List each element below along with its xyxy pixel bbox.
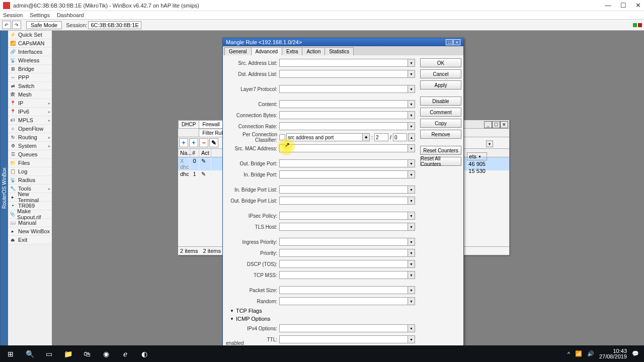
dialog-tab-extra[interactable]: Extra xyxy=(282,47,302,55)
nav-openflow[interactable]: ○OpenFlow xyxy=(8,125,52,133)
tray-net-icon[interactable]: 📶 xyxy=(575,350,582,357)
bg-add2-button[interactable]: + xyxy=(189,138,198,147)
reset-all-counters-button[interactable]: Reset All Counters xyxy=(420,157,461,166)
dialog-tab-action[interactable]: Action xyxy=(302,47,325,55)
bg-tab-firewall[interactable]: Firewall xyxy=(199,120,223,128)
search-button[interactable]: 🔍 xyxy=(20,346,39,361)
conn-bytes-input[interactable] xyxy=(279,111,408,119)
pcc-collapse[interactable]: ▲ xyxy=(408,133,415,141)
packet-size-dropdown[interactable]: ▼ xyxy=(408,286,415,294)
ingress-dropdown[interactable]: ▼ xyxy=(408,238,415,246)
priority-input[interactable] xyxy=(279,249,408,257)
tls-input[interactable] xyxy=(279,223,408,231)
conn-rate-dropdown[interactable]: ▼ xyxy=(408,122,415,130)
nav-switch[interactable]: ⇄Switch xyxy=(8,82,52,90)
src-addr-list-dropdown[interactable]: ▼ xyxy=(408,59,415,67)
nav-ipv6[interactable]: 📍IPv6▸ xyxy=(8,108,52,116)
dscp-dropdown[interactable]: ▼ xyxy=(408,260,415,268)
src-mac-input[interactable] xyxy=(279,144,408,152)
in-bridge-input[interactable] xyxy=(279,170,408,178)
dialog-close-button[interactable]: ✕ xyxy=(453,39,460,45)
nav-mesh[interactable]: 🕸Mesh xyxy=(8,90,52,99)
ttl-input[interactable] xyxy=(279,335,408,343)
store-button[interactable]: 🛍 xyxy=(77,346,97,361)
safe-mode-button[interactable]: Safe Mode xyxy=(26,21,62,29)
close-button[interactable]: ✕ xyxy=(635,2,641,9)
random-input[interactable] xyxy=(279,297,408,305)
nav-mpls[interactable]: 🏷MPLS▸ xyxy=(8,116,52,125)
dialog-tab-advanced[interactable]: Advanced xyxy=(251,47,282,55)
nav-new-terminal[interactable]: ▸New Terminal xyxy=(8,193,52,202)
ok-button[interactable]: OK xyxy=(420,58,461,67)
conn-bytes-dropdown[interactable]: ▼ xyxy=(408,111,415,119)
dialog-tab-statistics[interactable]: Statistics xyxy=(325,47,354,55)
edge-button[interactable]: ℯ xyxy=(116,346,135,361)
bg-edit-button[interactable]: ✎ xyxy=(209,138,218,147)
nav-capsman[interactable]: 📶CAPsMAN xyxy=(8,39,52,48)
src-mac-dropdown[interactable]: ▼ xyxy=(408,144,415,152)
in-bridge-dropdown[interactable]: ▼ xyxy=(408,170,415,178)
bg-max-button[interactable]: ☐ xyxy=(492,121,500,128)
out-bridge-list-dropdown[interactable]: ▼ xyxy=(408,197,415,205)
in-bridge-list-input[interactable] xyxy=(279,186,408,194)
nav-ip[interactable]: 📍IP▸ xyxy=(8,99,52,108)
priority-dropdown[interactable]: ▼ xyxy=(408,249,415,257)
content-dropdown[interactable]: ▼ xyxy=(408,100,415,108)
ipv4-input[interactable] xyxy=(279,324,408,332)
bg-remove-button[interactable]: − xyxy=(199,138,208,147)
bg-right-drop[interactable]: ▼ xyxy=(486,140,493,147)
nav-radius[interactable]: 📡Radius xyxy=(8,176,52,185)
undo-button[interactable]: ↶ xyxy=(2,21,11,29)
dialog-restore-button[interactable]: ☐ xyxy=(446,39,453,45)
tray-vol-icon[interactable]: 🔊 xyxy=(587,350,594,357)
cancel-button[interactable]: Cancel xyxy=(420,69,461,78)
pcc-invert[interactable] xyxy=(279,134,285,140)
tcp-mss-input[interactable] xyxy=(279,271,408,279)
in-bridge-list-dropdown[interactable]: ▼ xyxy=(408,186,415,194)
bg-col-hash[interactable]: # xyxy=(190,149,199,157)
apply-button[interactable]: Apply xyxy=(420,80,461,89)
nav-interfaces[interactable]: 🔗Interfaces xyxy=(8,48,52,56)
pcc-type-drop[interactable]: ◆ xyxy=(363,133,370,141)
tray-clock[interactable]: 10:43 27/08/2019 xyxy=(599,348,627,359)
menu-session[interactable]: Session xyxy=(3,12,23,18)
menu-settings[interactable]: Settings xyxy=(30,12,50,18)
out-bridge-list-input[interactable] xyxy=(279,197,408,205)
nav-new-winbox[interactable]: ▸New WinBox xyxy=(8,227,52,236)
chrome-button[interactable]: ◉ xyxy=(97,346,116,361)
nav-wireless[interactable]: 📡Wireless xyxy=(8,56,52,65)
nav-queues[interactable]: ☰Queues xyxy=(8,150,52,159)
bg-close-button[interactable]: ✕ xyxy=(500,121,508,128)
comment-button[interactable]: Comment xyxy=(420,108,461,117)
tray-up-icon[interactable]: ^ xyxy=(568,351,570,357)
pcc-type-input[interactable] xyxy=(286,133,363,141)
nav-exit[interactable]: ⏏Exit xyxy=(8,236,52,244)
ingress-input[interactable] xyxy=(279,238,408,246)
pcc-den-input[interactable] xyxy=(393,133,407,141)
reset-counters-button[interactable]: Reset Counters xyxy=(420,146,461,155)
nav-log[interactable]: 📋Log xyxy=(8,167,52,176)
ttl-dropdown[interactable]: ▼ xyxy=(408,335,415,343)
remove-button[interactable]: Remove xyxy=(420,130,461,139)
out-bridge-input[interactable] xyxy=(279,159,408,167)
winbox-button[interactable]: ◐ xyxy=(135,346,154,361)
src-addr-list-input[interactable] xyxy=(279,59,408,67)
ipsec-dropdown[interactable]: ▼ xyxy=(408,212,415,220)
tcp-mss-dropdown[interactable]: ▼ xyxy=(408,271,415,279)
bg-add-button[interactable]: + xyxy=(179,138,188,147)
nav-ppp[interactable]: ↔PPP xyxy=(8,73,52,82)
maximize-button[interactable]: ☐ xyxy=(620,2,626,9)
ipv4-dropdown[interactable]: ▼ xyxy=(408,324,415,332)
content-input[interactable] xyxy=(279,100,408,108)
dst-addr-list-input[interactable] xyxy=(279,70,408,78)
dscp-input[interactable] xyxy=(279,260,408,268)
random-dropdown[interactable]: ▼ xyxy=(408,297,415,305)
bg-col-act[interactable]: Act xyxy=(199,149,211,157)
nav-quick-set[interactable]: ⚡Quick Set xyxy=(8,31,52,39)
disable-button[interactable]: Disable xyxy=(420,97,461,106)
out-bridge-dropdown[interactable]: ▼ xyxy=(408,159,415,167)
tls-dropdown[interactable]: ▼ xyxy=(408,223,415,231)
nav-files[interactable]: 📁Files xyxy=(8,159,52,167)
expand-tcp-flags[interactable]: ▼TCP Flags xyxy=(226,308,415,314)
pcc-num-input[interactable] xyxy=(374,133,388,141)
